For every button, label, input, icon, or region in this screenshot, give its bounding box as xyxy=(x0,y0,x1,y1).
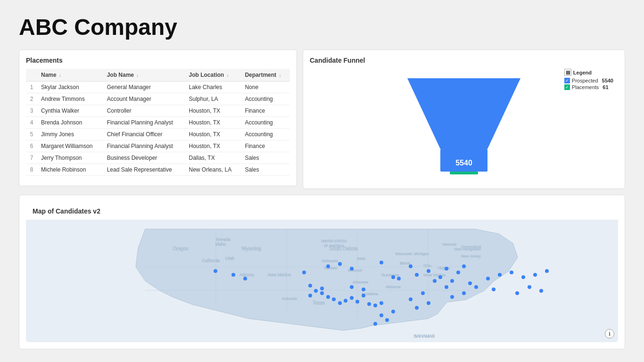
row-department: Finance xyxy=(241,140,290,152)
row-job-name: Financial Planning Analyst xyxy=(103,117,185,129)
svg-text:Oregon: Oregon xyxy=(173,246,188,251)
row-job-location: Houston, TX xyxy=(185,117,241,129)
funnel-chart: 5540 xyxy=(398,74,530,177)
job-location-sort-icon: ↓ xyxy=(227,73,229,78)
funnel-bottom-bar xyxy=(450,172,478,174)
prospected-checkbox[interactable] xyxy=(564,78,570,83)
svg-text:Virginia: Virginia xyxy=(438,266,450,270)
table-row[interactable]: 8 Michele Robinson Lead Sale Representat… xyxy=(26,164,290,176)
table-row[interactable]: 4 Brenda Johnson Financial Planning Anal… xyxy=(26,117,290,129)
job-name-sort-icon: ↓ xyxy=(136,73,139,78)
table-row[interactable]: 3 Cynthia Walker Controller Houston, TX … xyxy=(26,105,290,117)
col-job-name[interactable]: Job Name ↓ xyxy=(103,69,185,82)
placements-legend-label: Placements xyxy=(572,84,599,90)
row-num: 6 xyxy=(26,140,37,152)
svg-text:Ohio: Ohio xyxy=(423,263,431,268)
svg-text:Louisiana: Louisiana xyxy=(362,292,379,296)
svg-text:West Virginia: West Virginia xyxy=(423,273,446,277)
svg-text:Arizona: Arizona xyxy=(239,272,254,277)
row-department: Finance xyxy=(241,105,290,117)
funnel-content: 5540 ▤ Legend Prospected 5540 Placements… xyxy=(310,69,618,182)
map-area[interactable]: Oregon Idaho Wyoming Nevada California U… xyxy=(26,220,618,342)
row-job-name: Chief Financial Officer xyxy=(103,129,185,140)
svg-text:Missouri: Missouri xyxy=(348,268,362,272)
row-department: Accounting xyxy=(241,93,290,105)
svg-text:Nebraska: Nebraska xyxy=(322,259,339,263)
col-job-location[interactable]: Job Location ↓ xyxy=(185,69,241,82)
svg-text:Alabama: Alabama xyxy=(386,285,401,289)
row-department: Accounting xyxy=(241,129,290,140)
row-num: 3 xyxy=(26,105,37,117)
col-num xyxy=(26,69,37,82)
row-name: Jerry Thompson xyxy=(37,152,103,164)
row-department: None xyxy=(241,82,290,93)
row-num: 2 xyxy=(26,93,37,105)
name-sort-icon: ↓ xyxy=(59,73,61,78)
legend-title: ▤ Legend xyxy=(564,69,613,76)
row-name: Jimmy Jones xyxy=(37,129,103,140)
svg-text:Arkansas: Arkansas xyxy=(353,280,368,284)
placements-title: Placements xyxy=(26,57,290,64)
legend-item-placements: Placements 61 xyxy=(564,84,613,90)
map-info-button[interactable]: ℹ xyxy=(605,329,614,338)
placements-panel: Placements Name ↓ Job Name ↓ Job Locatio… xyxy=(19,49,297,186)
row-num: 4 xyxy=(26,117,37,129)
row-name: Brenda Johnson xyxy=(37,117,103,129)
col-department[interactable]: Department ↓ xyxy=(241,69,290,82)
company-title: ABC Company xyxy=(19,14,625,40)
placements-checkbox[interactable] xyxy=(564,84,570,90)
placements-table-wrapper[interactable]: Name ↓ Job Name ↓ Job Location ↓ Departm… xyxy=(26,69,290,176)
table-row[interactable]: 1 Skylar Jackson General Manager Lake Ch… xyxy=(26,82,290,93)
table-row[interactable]: 2 Andrew Timmons Account Manager Sulphur… xyxy=(26,93,290,105)
svg-text:California: California xyxy=(202,258,220,263)
us-map-svg: Oregon Idaho Wyoming Nevada California U… xyxy=(26,220,618,342)
svg-text:New Mexico: New Mexico xyxy=(268,272,291,277)
legend-item-prospected: Prospected 5540 xyxy=(564,78,613,83)
svg-text:Wisconsin: Wisconsin xyxy=(395,252,412,256)
row-name: Michele Robinson xyxy=(37,164,103,176)
row-job-name: Lead Sale Representative xyxy=(103,164,185,176)
row-name: Andrew Timmons xyxy=(37,93,103,105)
row-job-location: Houston, TX xyxy=(185,105,241,117)
legend-box: ▤ Legend Prospected 5540 Placements 61 xyxy=(564,69,613,91)
row-job-location: Sulphur, LA xyxy=(185,93,241,105)
row-job-name: Account Manager xyxy=(103,93,185,105)
prospected-value: 5540 xyxy=(602,78,613,83)
svg-text:Nevada: Nevada xyxy=(216,237,231,242)
col-name[interactable]: Name ↓ xyxy=(37,69,103,82)
svg-text:New Jersey: New Jersey xyxy=(461,254,481,258)
table-row[interactable]: 6 Margaret Williamson Financial Planning… xyxy=(26,140,290,152)
svg-text:Michigan: Michigan xyxy=(414,252,429,256)
table-row[interactable]: 7 Jerry Thompson Business Developer Dall… xyxy=(26,152,290,164)
svg-text:Connecticut: Connecticut xyxy=(461,245,481,249)
svg-text:Iowa: Iowa xyxy=(357,256,365,261)
department-sort-icon: ↓ xyxy=(279,73,281,78)
svg-text:Wyoming: Wyoming xyxy=(241,246,261,251)
funnel-title: Candidate Funnel xyxy=(310,57,618,64)
row-name: Skylar Jackson xyxy=(37,82,103,93)
svg-text:OF AMERICA: OF AMERICA xyxy=(323,244,344,247)
row-num: 7 xyxy=(26,152,37,164)
svg-text:UNITED STATES: UNITED STATES xyxy=(321,239,347,243)
placements-table: Name ↓ Job Name ↓ Job Location ↓ Departm… xyxy=(26,69,290,176)
funnel-value-label: 5540 xyxy=(455,159,472,167)
row-department: Sales xyxy=(241,164,290,176)
svg-text:Idaho: Idaho xyxy=(215,242,226,247)
funnel-top xyxy=(407,78,520,149)
prospected-label: Prospected xyxy=(572,78,598,83)
row-num: 5 xyxy=(26,129,37,140)
row-job-location: Lake Charles xyxy=(185,82,241,93)
svg-text:BAHAMAS: BAHAMAS xyxy=(414,334,435,338)
map-panel: Map of Candidates v2 Oregon Idaho Wyomin… xyxy=(19,195,625,349)
row-name: Margaret Williamson xyxy=(37,140,103,152)
row-department: Accounting xyxy=(241,117,290,129)
row-job-location: Dallas, TX xyxy=(185,152,241,164)
row-job-location: Houston, TX xyxy=(185,140,241,152)
row-job-name: Controller xyxy=(103,105,185,117)
svg-text:Illinois: Illinois xyxy=(400,261,410,265)
row-job-name: Financial Planning Analyst xyxy=(103,140,185,152)
row-job-location: Houston, TX xyxy=(185,129,241,140)
row-num: 1 xyxy=(26,82,37,93)
row-department: Sales xyxy=(241,152,290,164)
table-row[interactable]: 5 Jimmy Jones Chief Financial Officer Ho… xyxy=(26,129,290,140)
